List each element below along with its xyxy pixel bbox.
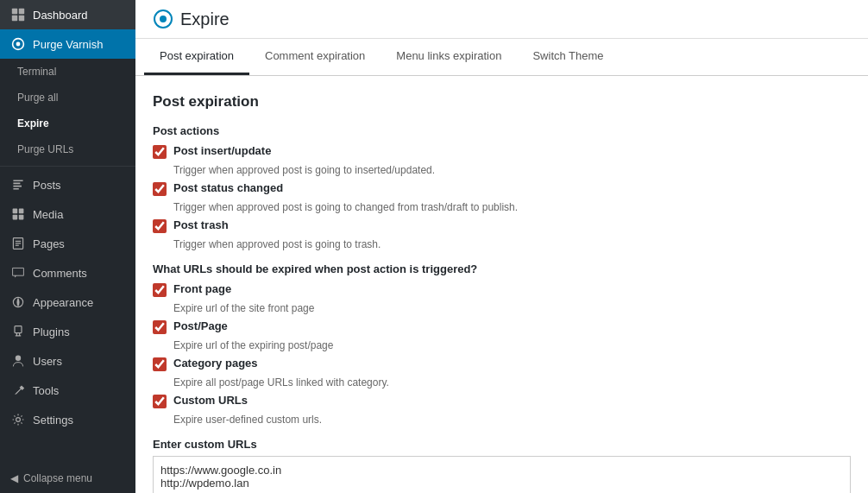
sidebar-item-appearance-label: Appearance bbox=[33, 296, 93, 309]
sidebar-item-tools[interactable]: Tools bbox=[0, 376, 135, 405]
sidebar-item-dashboard[interactable]: Dashboard bbox=[0, 0, 135, 29]
sidebar-item-settings-label: Settings bbox=[33, 414, 73, 427]
sidebar-item-dashboard-label: Dashboard bbox=[33, 9, 88, 22]
checkbox-category-pages-desc: Expire all post/page URLs linked with ca… bbox=[173, 376, 851, 389]
tab-menu-links-expiration[interactable]: Menu links expiration bbox=[381, 39, 517, 75]
svg-point-17 bbox=[16, 418, 21, 422]
checkbox-custom-urls[interactable] bbox=[153, 395, 167, 408]
svg-rect-2 bbox=[12, 16, 17, 21]
collapse-menu-label: Collapse menu bbox=[23, 472, 92, 484]
svg-rect-12 bbox=[16, 243, 21, 243]
checkbox-front-page-desc: Expire url of the site front page bbox=[173, 302, 851, 314]
checkbox-post-status-changed[interactable] bbox=[153, 182, 167, 196]
sidebar-item-purge-varnish-label: Purge Varnish bbox=[33, 38, 103, 51]
svg-point-16 bbox=[16, 356, 21, 361]
svg-rect-11 bbox=[16, 241, 21, 242]
checkbox-post-insert-update-desc: Trigger when approved post is going to i… bbox=[173, 164, 851, 176]
svg-rect-7 bbox=[19, 209, 24, 214]
checkbox-front-page[interactable] bbox=[153, 283, 167, 297]
sidebar-item-tools-label: Tools bbox=[33, 384, 59, 397]
svg-rect-6 bbox=[13, 209, 18, 214]
svg-rect-8 bbox=[13, 215, 18, 220]
sidebar-item-comments[interactable]: Comments bbox=[0, 258, 135, 288]
checkbox-custom-urls-label: Custom URLs bbox=[173, 394, 248, 407]
section-title: Post expiration bbox=[153, 93, 851, 111]
tab-switch-theme[interactable]: Switch Theme bbox=[517, 39, 619, 75]
sidebar-item-users-label: Users bbox=[33, 355, 62, 368]
sidebar-item-settings[interactable]: Settings bbox=[0, 405, 135, 434]
svg-rect-1 bbox=[19, 9, 24, 14]
custom-urls-label: Enter custom URLs bbox=[153, 438, 851, 451]
urls-question-label: What URLs should be expired when post ac… bbox=[153, 262, 851, 275]
purge-varnish-icon bbox=[10, 36, 26, 52]
collapse-icon: ◀ bbox=[10, 472, 18, 484]
sidebar-item-expire-label: Expire bbox=[17, 117, 49, 130]
sidebar-item-terminal-label: Terminal bbox=[17, 66, 56, 78]
tabs: Post expiration Comment expiration Menu … bbox=[135, 39, 868, 76]
sidebar-item-media-label: Media bbox=[33, 208, 63, 221]
sidebar: Dashboard Purge Varnish Terminal Purge a… bbox=[0, 0, 135, 493]
post-actions-label: Post actions bbox=[153, 124, 851, 137]
sidebar-item-purge-urls-label: Purge URLs bbox=[17, 143, 73, 155]
sidebar-item-media[interactable]: Media bbox=[0, 199, 135, 229]
svg-rect-0 bbox=[12, 9, 17, 14]
checkbox-post-trash-label: Post trash bbox=[173, 218, 229, 231]
checkbox-post-status-changed-label: Post status changed bbox=[173, 181, 283, 194]
svg-rect-3 bbox=[19, 16, 24, 21]
sidebar-item-plugins[interactable]: Plugins bbox=[0, 317, 135, 346]
main-content: Expire Post expiration Comment expiratio… bbox=[135, 0, 868, 493]
sidebar-item-appearance[interactable]: Appearance bbox=[0, 288, 135, 317]
sidebar-divider-1 bbox=[0, 166, 135, 167]
checkbox-post-page-label: Post/Page bbox=[173, 319, 228, 332]
svg-point-19 bbox=[160, 16, 167, 22]
svg-rect-15 bbox=[15, 326, 22, 333]
content-area: Post expiration Post actions Post insert… bbox=[135, 76, 868, 493]
sidebar-item-expire[interactable]: Expire bbox=[0, 111, 135, 136]
checkbox-post-status-changed-desc: Trigger when approved post is going to c… bbox=[173, 201, 851, 213]
posts-icon bbox=[10, 177, 26, 193]
checkbox-post-status-changed-row: Post status changed Trigger when approve… bbox=[153, 181, 851, 213]
sidebar-item-purge-all-label: Purge all bbox=[17, 92, 58, 104]
sidebar-item-purge-varnish[interactable]: Purge Varnish bbox=[0, 29, 135, 59]
checkbox-post-page-row: Post/Page Expire url of the expiring pos… bbox=[153, 319, 851, 351]
appearance-icon bbox=[10, 294, 26, 310]
users-icon bbox=[10, 353, 26, 369]
checkbox-post-insert-update[interactable] bbox=[153, 145, 167, 159]
svg-rect-13 bbox=[16, 245, 19, 246]
comments-icon bbox=[10, 265, 26, 281]
page-header: Expire bbox=[135, 0, 868, 39]
sidebar-item-pages[interactable]: Pages bbox=[0, 229, 135, 258]
sidebar-item-pages-label: Pages bbox=[33, 237, 65, 250]
pages-icon bbox=[10, 236, 26, 251]
checkbox-post-trash-desc: Trigger when approved post is going to t… bbox=[173, 238, 851, 250]
sidebar-item-posts[interactable]: Posts bbox=[0, 170, 135, 199]
checkbox-post-trash[interactable] bbox=[153, 219, 167, 233]
sidebar-item-terminal[interactable]: Terminal bbox=[0, 59, 135, 85]
checkbox-custom-urls-desc: Expire user-defined custom urls. bbox=[173, 414, 851, 426]
checkbox-post-insert-update-label: Post insert/update bbox=[173, 144, 271, 157]
collapse-menu-button[interactable]: ◀ Collapse menu bbox=[0, 464, 135, 493]
dashboard-icon bbox=[10, 7, 26, 22]
checkbox-custom-urls-row: Custom URLs Expire user-defined custom u… bbox=[153, 394, 851, 426]
checkbox-post-page[interactable] bbox=[153, 320, 167, 334]
checkbox-front-page-row: Front page Expire url of the site front … bbox=[153, 282, 851, 314]
sidebar-item-comments-label: Comments bbox=[33, 267, 87, 280]
checkbox-front-page-label: Front page bbox=[173, 282, 231, 295]
tab-comment-expiration[interactable]: Comment expiration bbox=[249, 39, 381, 75]
checkbox-category-pages-row: Category pages Expire all post/page URLs… bbox=[153, 357, 851, 389]
tools-icon bbox=[10, 382, 26, 398]
svg-point-5 bbox=[16, 42, 21, 47]
checkbox-post-trash-row: Post trash Trigger when approved post is… bbox=[153, 218, 851, 250]
sidebar-item-users[interactable]: Users bbox=[0, 346, 135, 376]
checkbox-category-pages-label: Category pages bbox=[173, 357, 258, 370]
sidebar-item-plugins-label: Plugins bbox=[33, 326, 70, 338]
sidebar-item-purge-all[interactable]: Purge all bbox=[0, 85, 135, 111]
sidebar-item-purge-urls[interactable]: Purge URLs bbox=[0, 136, 135, 162]
plugins-icon bbox=[10, 324, 26, 339]
media-icon bbox=[10, 206, 26, 222]
svg-rect-9 bbox=[19, 215, 24, 220]
checkbox-category-pages[interactable] bbox=[153, 357, 167, 371]
custom-urls-textarea[interactable]: https://www.google.co.in http://wpdemo.l… bbox=[153, 456, 851, 493]
tab-post-expiration[interactable]: Post expiration bbox=[144, 39, 249, 75]
expire-page-icon bbox=[153, 9, 173, 29]
